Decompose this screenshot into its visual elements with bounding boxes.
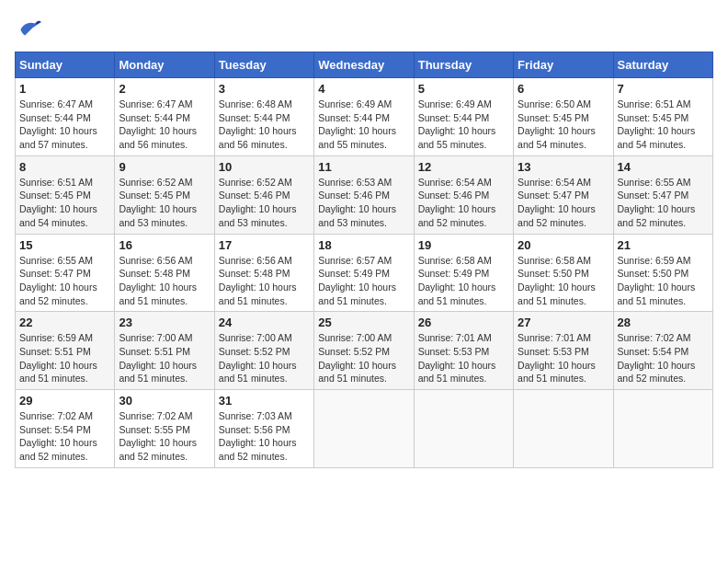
day-info: Sunrise: 6:52 AM Sunset: 5:45 PM Dayligh…: [119, 176, 210, 230]
day-number: 14: [618, 160, 709, 174]
calendar-cell: 17 Sunrise: 6:56 AM Sunset: 5:48 PM Dayl…: [214, 234, 313, 312]
day-number: 21: [618, 238, 709, 252]
day-number: 12: [418, 160, 509, 174]
day-info: Sunrise: 7:02 AM Sunset: 5:54 PM Dayligh…: [618, 331, 709, 385]
calendar-cell: 2 Sunrise: 6:47 AM Sunset: 5:44 PM Dayli…: [115, 78, 214, 156]
weekday-header-friday: Friday: [514, 52, 613, 78]
calendar-cell: 8 Sunrise: 6:51 AM Sunset: 5:45 PM Dayli…: [16, 155, 115, 234]
day-number: 25: [318, 316, 409, 329]
day-info: Sunrise: 6:49 AM Sunset: 5:44 PM Dayligh…: [318, 98, 409, 152]
day-number: 18: [318, 238, 409, 252]
calendar-cell: 27 Sunrise: 7:01 AM Sunset: 5:53 PM Dayl…: [514, 312, 613, 390]
calendar-cell: 16 Sunrise: 6:56 AM Sunset: 5:48 PM Dayl…: [115, 234, 214, 312]
day-info: Sunrise: 7:02 AM Sunset: 5:54 PM Dayligh…: [19, 409, 110, 464]
calendar-cell: 21 Sunrise: 6:59 AM Sunset: 5:50 PM Dayl…: [613, 234, 712, 312]
day-number: 7: [618, 82, 709, 96]
day-number: 11: [318, 160, 409, 174]
day-info: Sunrise: 6:58 AM Sunset: 5:50 PM Dayligh…: [518, 254, 609, 308]
day-number: 24: [219, 316, 310, 329]
day-info: Sunrise: 6:49 AM Sunset: 5:44 PM Dayligh…: [418, 98, 509, 152]
day-info: Sunrise: 6:53 AM Sunset: 5:46 PM Dayligh…: [318, 176, 409, 230]
calendar-cell: 10 Sunrise: 6:52 AM Sunset: 5:46 PM Dayl…: [214, 155, 313, 234]
calendar: SundayMondayTuesdayWednesdayThursdayFrid…: [15, 52, 713, 468]
calendar-cell: 24 Sunrise: 7:00 AM Sunset: 5:52 PM Dayl…: [214, 312, 313, 390]
day-info: Sunrise: 6:52 AM Sunset: 5:46 PM Dayligh…: [219, 176, 310, 230]
week-row-2: 8 Sunrise: 6:51 AM Sunset: 5:45 PM Dayli…: [16, 155, 713, 234]
calendar-cell: 26 Sunrise: 7:01 AM Sunset: 5:53 PM Dayl…: [414, 312, 513, 390]
day-info: Sunrise: 7:03 AM Sunset: 5:56 PM Dayligh…: [219, 409, 310, 464]
day-number: 30: [119, 394, 210, 408]
weekday-header-wednesday: Wednesday: [314, 52, 414, 78]
day-info: Sunrise: 6:57 AM Sunset: 5:49 PM Dayligh…: [318, 254, 409, 308]
day-number: 31: [219, 394, 310, 408]
day-number: 19: [418, 238, 509, 252]
calendar-cell: 11 Sunrise: 6:53 AM Sunset: 5:46 PM Dayl…: [314, 155, 414, 234]
calendar-cell: 14 Sunrise: 6:55 AM Sunset: 5:47 PM Dayl…: [613, 155, 712, 234]
calendar-cell: 15 Sunrise: 6:55 AM Sunset: 5:47 PM Dayl…: [16, 234, 115, 312]
day-number: 13: [518, 160, 609, 174]
weekday-header-sunday: Sunday: [16, 52, 115, 78]
day-info: Sunrise: 7:00 AM Sunset: 5:51 PM Dayligh…: [119, 331, 210, 385]
day-number: 16: [119, 238, 210, 252]
day-number: 27: [518, 316, 609, 329]
day-info: Sunrise: 6:54 AM Sunset: 5:47 PM Dayligh…: [518, 176, 609, 230]
day-info: Sunrise: 7:01 AM Sunset: 5:53 PM Dayligh…: [518, 331, 609, 385]
day-info: Sunrise: 6:55 AM Sunset: 5:47 PM Dayligh…: [618, 176, 709, 230]
day-number: 23: [119, 316, 210, 329]
day-number: 28: [618, 316, 709, 329]
day-info: Sunrise: 7:00 AM Sunset: 5:52 PM Dayligh…: [318, 331, 409, 385]
calendar-cell: 7 Sunrise: 6:51 AM Sunset: 5:45 PM Dayli…: [613, 78, 712, 156]
day-number: 17: [219, 238, 310, 252]
day-number: 26: [418, 316, 509, 329]
calendar-cell: 19 Sunrise: 6:58 AM Sunset: 5:49 PM Dayl…: [414, 234, 513, 312]
day-info: Sunrise: 6:55 AM Sunset: 5:47 PM Dayligh…: [19, 254, 110, 308]
calendar-cell: [613, 390, 712, 468]
calendar-cell: 3 Sunrise: 6:48 AM Sunset: 5:44 PM Dayli…: [214, 78, 313, 156]
weekday-header-row: SundayMondayTuesdayWednesdayThursdayFrid…: [16, 52, 713, 78]
week-row-1: 1 Sunrise: 6:47 AM Sunset: 5:44 PM Dayli…: [16, 78, 713, 156]
header: [15, 15, 713, 44]
calendar-cell: 23 Sunrise: 7:00 AM Sunset: 5:51 PM Dayl…: [115, 312, 214, 390]
weekday-header-thursday: Thursday: [414, 52, 513, 78]
calendar-cell: 4 Sunrise: 6:49 AM Sunset: 5:44 PM Dayli…: [314, 78, 414, 156]
day-number: 6: [518, 82, 609, 96]
calendar-cell: 1 Sunrise: 6:47 AM Sunset: 5:44 PM Dayli…: [16, 78, 115, 156]
day-number: 10: [219, 160, 310, 174]
weekday-header-saturday: Saturday: [613, 52, 712, 78]
calendar-cell: 30 Sunrise: 7:02 AM Sunset: 5:55 PM Dayl…: [115, 390, 214, 468]
day-number: 1: [19, 82, 110, 96]
calendar-cell: 13 Sunrise: 6:54 AM Sunset: 5:47 PM Dayl…: [514, 155, 613, 234]
week-row-5: 29 Sunrise: 7:02 AM Sunset: 5:54 PM Dayl…: [16, 390, 713, 468]
day-number: 2: [119, 82, 210, 96]
calendar-cell: [414, 390, 513, 468]
calendar-cell: 5 Sunrise: 6:49 AM Sunset: 5:44 PM Dayli…: [414, 78, 513, 156]
week-row-4: 22 Sunrise: 6:59 AM Sunset: 5:51 PM Dayl…: [16, 312, 713, 390]
day-info: Sunrise: 6:56 AM Sunset: 5:48 PM Dayligh…: [119, 254, 210, 308]
calendar-cell: 25 Sunrise: 7:00 AM Sunset: 5:52 PM Dayl…: [314, 312, 414, 390]
calendar-cell: 18 Sunrise: 6:57 AM Sunset: 5:49 PM Dayl…: [314, 234, 414, 312]
day-number: 8: [19, 160, 110, 174]
weekday-header-monday: Monday: [115, 52, 214, 78]
day-info: Sunrise: 7:00 AM Sunset: 5:52 PM Dayligh…: [219, 331, 310, 385]
day-number: 20: [518, 238, 609, 252]
calendar-cell: [314, 390, 414, 468]
calendar-cell: 6 Sunrise: 6:50 AM Sunset: 5:45 PM Dayli…: [514, 78, 613, 156]
week-row-3: 15 Sunrise: 6:55 AM Sunset: 5:47 PM Dayl…: [16, 234, 713, 312]
day-info: Sunrise: 6:47 AM Sunset: 5:44 PM Dayligh…: [119, 98, 210, 152]
day-number: 5: [418, 82, 509, 96]
day-info: Sunrise: 7:01 AM Sunset: 5:53 PM Dayligh…: [418, 331, 509, 385]
day-number: 22: [19, 316, 110, 329]
calendar-cell: [514, 390, 613, 468]
day-number: 3: [219, 82, 310, 96]
weekday-header-tuesday: Tuesday: [214, 52, 313, 78]
day-number: 29: [19, 394, 110, 408]
calendar-cell: 29 Sunrise: 7:02 AM Sunset: 5:54 PM Dayl…: [16, 390, 115, 468]
day-info: Sunrise: 6:51 AM Sunset: 5:45 PM Dayligh…: [19, 176, 110, 230]
logo: [15, 15, 48, 44]
day-info: Sunrise: 6:58 AM Sunset: 5:49 PM Dayligh…: [418, 254, 509, 308]
calendar-cell: 9 Sunrise: 6:52 AM Sunset: 5:45 PM Dayli…: [115, 155, 214, 234]
calendar-cell: 22 Sunrise: 6:59 AM Sunset: 5:51 PM Dayl…: [16, 312, 115, 390]
day-info: Sunrise: 6:47 AM Sunset: 5:44 PM Dayligh…: [19, 98, 110, 152]
day-info: Sunrise: 6:59 AM Sunset: 5:51 PM Dayligh…: [19, 331, 110, 385]
logo-icon: [15, 15, 44, 44]
